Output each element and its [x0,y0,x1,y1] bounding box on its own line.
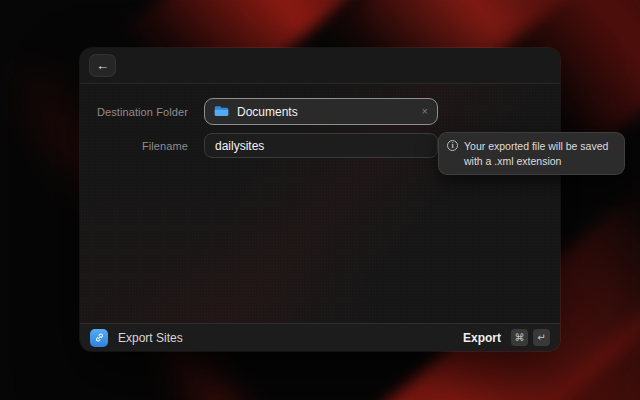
filename-input[interactable]: dailysites [204,133,438,158]
filename-row: Filename dailysites [80,133,438,158]
dialog-header: ← [80,48,560,84]
export-dialog-window: ← Destination Folder Documents × Filenam… [80,48,560,351]
clear-folder-icon[interactable]: × [422,106,428,117]
dialog-body: Destination Folder Documents × Filename … [80,84,560,323]
xml-extension-tooltip: i Your exported file will be saved with … [438,132,625,175]
destination-folder-field[interactable]: Documents × [204,98,438,125]
link-icon [94,332,105,343]
export-action-label: Export [463,331,501,345]
export-sites-app-icon [90,329,108,347]
return-key-icon: ↵ [533,329,550,346]
folder-icon [214,105,229,118]
destination-folder-label: Destination Folder [80,106,188,118]
back-button[interactable]: ← [89,54,116,77]
filename-label: Filename [80,140,188,152]
filename-value: dailysites [215,139,264,153]
tooltip-text: Your exported file will be saved with a … [464,139,614,168]
action-bar: Export Sites Export ⌘ ↵ [80,323,560,351]
destination-folder-value: Documents [237,105,298,119]
command-key-icon: ⌘ [511,329,528,346]
back-arrow-icon: ← [96,59,109,72]
destination-folder-row: Destination Folder Documents × [80,98,438,125]
export-action-button[interactable]: Export ⌘ ↵ [463,329,550,346]
info-icon: i [447,140,458,151]
command-title: Export Sites [118,331,183,345]
